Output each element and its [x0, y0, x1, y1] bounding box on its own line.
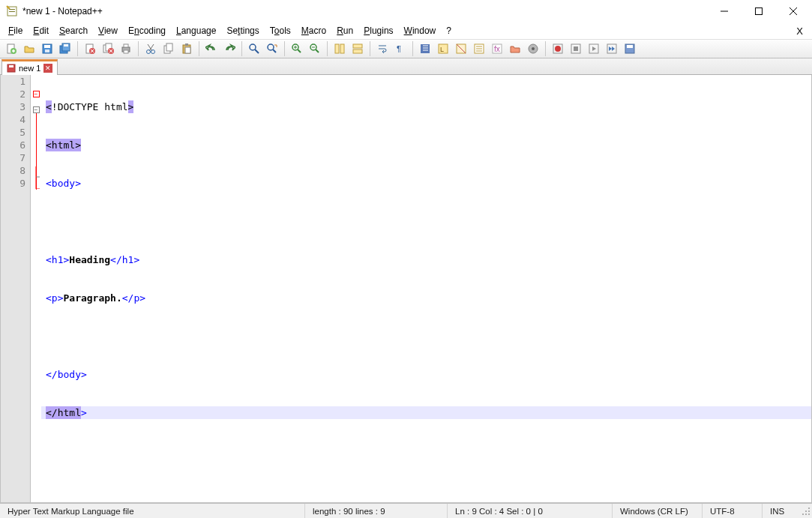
sync-hscroll-button[interactable]: [349, 40, 366, 57]
toolbar-separator: [412, 41, 413, 56]
close-file-button[interactable]: [82, 40, 98, 57]
stop-macro-button[interactable]: [568, 40, 584, 57]
close-all-button[interactable]: [100, 40, 116, 57]
play-macro-button[interactable]: [586, 40, 602, 57]
code-line[interactable]: <!DOCTYPE html>: [41, 100, 811, 113]
line-number: 7: [5, 151, 25, 164]
paste-button[interactable]: [178, 40, 195, 57]
line-number: 1: [5, 75, 25, 88]
code-line[interactable]: </html>: [41, 406, 811, 419]
fold-minus-icon[interactable]: −: [33, 106, 40, 113]
menu-encoding[interactable]: Encoding: [123, 24, 171, 37]
code-line[interactable]: <p>Paragraph.</p>: [41, 292, 811, 304]
svg-point-70: [555, 46, 561, 52]
code-line[interactable]: [41, 215, 811, 228]
menu-window[interactable]: Window: [399, 24, 442, 37]
sync-vscroll-button[interactable]: [331, 40, 348, 57]
menu-edit[interactable]: Edit: [28, 24, 54, 37]
menu-view[interactable]: View: [93, 24, 123, 37]
record-macro-button[interactable]: [550, 40, 566, 57]
open-file-button[interactable]: [21, 40, 37, 57]
svg-rect-72: [574, 46, 578, 51]
udl-button[interactable]: L: [435, 40, 451, 57]
resize-grip-icon[interactable]: [799, 505, 812, 517]
close-button[interactable]: [776, 0, 811, 22]
find-button[interactable]: [246, 40, 262, 57]
svg-text:fx: fx: [494, 45, 500, 53]
tab-bar: new 1 ✕: [0, 58, 812, 75]
unsaved-file-icon: [7, 64, 16, 73]
svg-rect-37: [185, 47, 190, 53]
svg-point-38: [250, 44, 256, 50]
tab-new1[interactable]: new 1 ✕: [1, 59, 58, 75]
cut-button[interactable]: [142, 40, 159, 57]
func-list-button[interactable]: fx: [489, 40, 505, 57]
save-macro-button[interactable]: [622, 40, 638, 57]
show-all-chars-button[interactable]: ¶: [392, 40, 409, 57]
menu-close-x[interactable]: X: [790, 25, 809, 37]
menu-plugins[interactable]: Plugins: [358, 24, 398, 37]
svg-point-83: [808, 514, 810, 515]
status-length: length : 90 lines : 9: [305, 504, 448, 518]
doc-map-button[interactable]: [453, 40, 469, 57]
minimize-button[interactable]: [707, 0, 742, 22]
tab-label: new 1: [19, 64, 40, 73]
svg-point-86: [808, 508, 810, 509]
menu-language[interactable]: Language: [171, 24, 221, 37]
menu-run[interactable]: Run: [331, 24, 358, 37]
code-line[interactable]: <h1>Heading</h1>: [41, 253, 811, 266]
menu-bar: File Edit Search View Encoding Language …: [0, 22, 812, 39]
line-number-gutter: 1 2 3 4 5 6 7 8 9: [1, 75, 31, 502]
code-line[interactable]: [41, 330, 811, 343]
print-button[interactable]: [118, 40, 134, 57]
fold-column[interactable]: − −: [31, 75, 41, 502]
zoom-in-button[interactable]: [289, 40, 305, 57]
indent-guides-button[interactable]: [417, 40, 433, 57]
svg-rect-50: [340, 44, 344, 53]
svg-point-84: [808, 511, 810, 512]
folder-workspace-button[interactable]: [507, 40, 523, 57]
replace-button[interactable]: [264, 40, 280, 57]
menu-help[interactable]: ?: [441, 24, 457, 37]
status-eol[interactable]: Windows (CR LF): [613, 504, 703, 518]
tab-close-icon[interactable]: ✕: [43, 64, 52, 73]
wordwrap-button[interactable]: [374, 40, 391, 57]
menu-macro[interactable]: Macro: [296, 24, 331, 37]
code-line[interactable]: <html>: [41, 139, 811, 151]
menu-search[interactable]: Search: [54, 24, 93, 37]
svg-rect-27: [124, 44, 128, 47]
save-all-button[interactable]: [57, 40, 73, 57]
fold-minus-icon[interactable]: −: [33, 91, 40, 97]
toolbar-separator: [370, 41, 370, 56]
svg-point-40: [268, 44, 274, 50]
monitoring-button[interactable]: [525, 40, 541, 57]
maximize-button[interactable]: [742, 0, 776, 22]
undo-button[interactable]: [203, 40, 220, 57]
code-view[interactable]: <!DOCTYPE html> <html> <body> <h1>Headin…: [41, 75, 811, 502]
window-title: *new 1 - Notepad++: [22, 6, 707, 16]
status-ins[interactable]: INS: [763, 504, 799, 518]
editor-area[interactable]: 1 2 3 4 5 6 7 8 9 − − <!DOCTYPE html> <h…: [0, 75, 812, 503]
toolbar-separator: [77, 41, 78, 56]
toolbar-separator: [284, 41, 285, 56]
menu-file[interactable]: File: [3, 24, 28, 37]
line-number: 9: [5, 177, 25, 190]
code-line[interactable]: <body>: [41, 177, 811, 190]
svg-rect-78: [9, 65, 13, 67]
doc-list-button[interactable]: [471, 40, 487, 57]
redo-button[interactable]: [221, 40, 238, 57]
code-line[interactable]: </body>: [41, 368, 811, 381]
svg-point-88: [802, 514, 804, 515]
svg-text:L: L: [440, 46, 444, 53]
status-encoding[interactable]: UTF-8: [703, 504, 763, 518]
toolbar-separator: [241, 41, 242, 56]
play-multi-macro-button[interactable]: [604, 40, 620, 57]
line-number: 2: [5, 88, 25, 100]
zoom-out-button[interactable]: [307, 40, 323, 57]
menu-settings[interactable]: Settings: [221, 24, 264, 37]
menu-tools[interactable]: Tools: [265, 24, 296, 37]
new-file-button[interactable]: [3, 40, 19, 57]
svg-rect-52: [353, 49, 362, 53]
copy-button[interactable]: [160, 40, 177, 57]
save-button[interactable]: [39, 40, 55, 57]
